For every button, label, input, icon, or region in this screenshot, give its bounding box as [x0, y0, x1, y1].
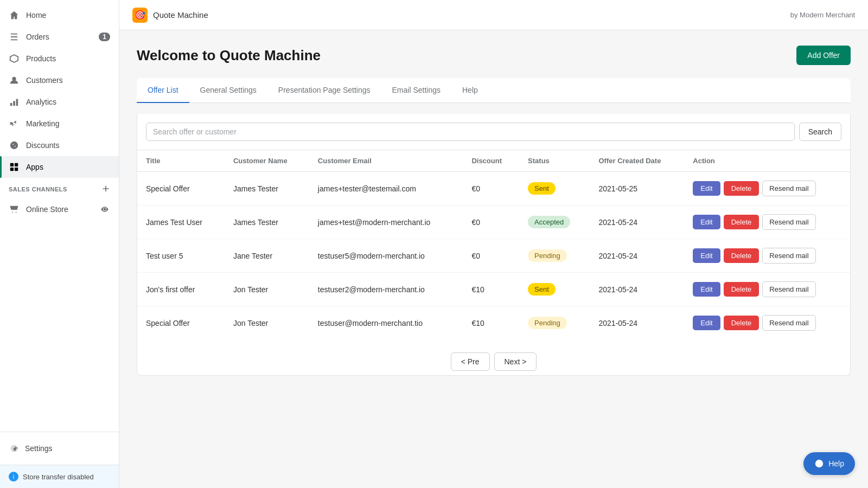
apps-icon [9, 162, 20, 172]
svg-rect-5 [13, 101, 15, 106]
online-store-row: Online Store [0, 196, 119, 222]
settings-label: Settings [25, 444, 53, 453]
online-store-label: Online Store [26, 205, 68, 214]
table-header: Title Customer Name Customer Email Disco… [137, 150, 850, 172]
sidebar-item-orders[interactable]: Orders 1 [0, 26, 119, 48]
add-offer-button[interactable]: Add Offer [796, 46, 851, 65]
tab-offer-list[interactable]: Offer List [137, 78, 189, 103]
col-status: Status [519, 150, 590, 172]
tab-email-settings[interactable]: Email Settings [381, 78, 451, 103]
marketing-icon [9, 118, 20, 129]
offers-table: Title Customer Name Customer Email Disco… [137, 150, 850, 339]
row-4-actions: Edit Delete Resend mail [684, 306, 850, 340]
resend-button-0[interactable]: Resend mail [762, 181, 815, 196]
col-action: Action [684, 150, 850, 172]
products-icon [9, 53, 20, 64]
svg-rect-9 [10, 168, 14, 171]
edit-button-3[interactable]: Edit [693, 282, 720, 297]
action-buttons: Edit Delete Resend mail [693, 248, 841, 264]
row-1-title: James Test User [137, 206, 225, 239]
row-1-customer-name: James Tester [225, 206, 309, 239]
resend-button-2[interactable]: Resend mail [762, 248, 815, 264]
row-0-customer-name: James Tester [225, 172, 309, 206]
row-4-discount: €10 [463, 306, 519, 340]
row-1-created-date: 2021-05-24 [590, 206, 685, 239]
sidebar-nav: Home Orders 1 Products Customers A [0, 0, 119, 432]
sidebar-footer: Settings [0, 432, 119, 465]
edit-button-1[interactable]: Edit [693, 215, 720, 229]
sidebar-item-discounts[interactable]: Discounts [0, 134, 119, 156]
row-1-discount: €0 [463, 206, 519, 239]
tab-general-settings[interactable]: General Settings [189, 78, 267, 103]
resend-button-3[interactable]: Resend mail [762, 281, 815, 297]
sidebar-item-online-store[interactable]: Online Store [9, 201, 99, 218]
store-visibility-icon[interactable] [99, 204, 110, 215]
action-buttons: Edit Delete Resend mail [693, 214, 841, 230]
sidebar-item-home[interactable]: Home [0, 4, 119, 26]
sidebar-item-discounts-label: Discounts [26, 141, 59, 150]
sidebar-item-customers[interactable]: Customers [0, 69, 119, 91]
topbar-left: 🎯 Quote Machine [132, 8, 208, 23]
table-row: Jon's first offer Jon Tester testuser2@m… [137, 273, 850, 306]
delete-button-3[interactable]: Delete [724, 282, 760, 297]
prev-page-button[interactable]: < Pre [451, 352, 490, 371]
home-icon [9, 10, 20, 21]
app-title: Quote Machine [153, 10, 208, 20]
svg-rect-10 [15, 168, 18, 171]
delete-button-2[interactable]: Delete [724, 248, 760, 263]
delete-button-4[interactable]: Delete [724, 316, 760, 330]
help-fab-button[interactable]: Help [803, 452, 855, 475]
sidebar-item-analytics-label: Analytics [26, 98, 56, 106]
add-sales-channel-icon[interactable] [101, 184, 110, 194]
resend-button-1[interactable]: Resend mail [762, 214, 815, 230]
svg-rect-6 [16, 99, 18, 106]
status-badge: Sent [528, 182, 556, 195]
sidebar-item-products[interactable]: Products [0, 48, 119, 69]
tab-presentation-page-settings[interactable]: Presentation Page Settings [267, 78, 381, 103]
sidebar-item-analytics[interactable]: Analytics [0, 91, 119, 113]
edit-button-0[interactable]: Edit [693, 181, 720, 196]
search-button[interactable]: Search [799, 123, 841, 141]
row-0-actions: Edit Delete Resend mail [684, 172, 850, 206]
store-transfer-banner: i Store transfer disabled [0, 465, 119, 488]
topbar: 🎯 Quote Machine by Modern Merchant [119, 0, 868, 30]
svg-rect-4 [10, 103, 12, 106]
sidebar-item-apps[interactable]: Apps [0, 156, 119, 178]
action-buttons: Edit Delete Resend mail [693, 281, 841, 297]
row-3-created-date: 2021-05-24 [590, 273, 685, 306]
row-3-discount: €10 [463, 273, 519, 306]
sidebar-item-products-label: Products [26, 54, 56, 63]
search-input[interactable] [146, 123, 795, 141]
pagination: < Pre Next > [137, 339, 850, 375]
tab-help[interactable]: Help [451, 78, 489, 103]
settings-icon [9, 443, 20, 454]
page-title: Welcome to Quote Machine [137, 47, 321, 64]
delete-button-1[interactable]: Delete [724, 215, 760, 229]
svg-rect-0 [11, 34, 18, 35]
sidebar-item-orders-label: Orders [26, 33, 49, 41]
row-3-actions: Edit Delete Resend mail [684, 273, 850, 306]
delete-button-0[interactable]: Delete [724, 181, 760, 196]
resend-button-4[interactable]: Resend mail [762, 315, 815, 331]
row-3-title: Jon's first offer [137, 273, 225, 306]
status-badge: Accepted [528, 216, 570, 228]
row-2-title: Test user 5 [137, 239, 225, 273]
row-2-created-date: 2021-05-24 [590, 239, 685, 273]
sidebar-item-settings[interactable]: Settings [9, 439, 110, 458]
store-icon [9, 204, 20, 215]
action-buttons: Edit Delete Resend mail [693, 315, 841, 331]
row-4-customer-email: testuser@modern-merchant.tio [309, 306, 463, 340]
col-title: Title [137, 150, 225, 172]
help-fab-label: Help [828, 459, 844, 468]
svg-point-3 [12, 77, 16, 81]
person-icon [9, 75, 20, 86]
sidebar-item-marketing[interactable]: Marketing [0, 113, 119, 134]
row-0-customer-email: james+tester@testemail.com [309, 172, 463, 206]
edit-button-4[interactable]: Edit [693, 316, 720, 330]
svg-point-11 [104, 208, 106, 211]
row-0-status: Sent [519, 172, 590, 206]
offer-list-card: Search Title Customer Name Customer Emai… [137, 114, 851, 376]
next-page-button[interactable]: Next > [494, 352, 537, 371]
edit-button-2[interactable]: Edit [693, 248, 720, 263]
app-logo: 🎯 [132, 8, 148, 23]
